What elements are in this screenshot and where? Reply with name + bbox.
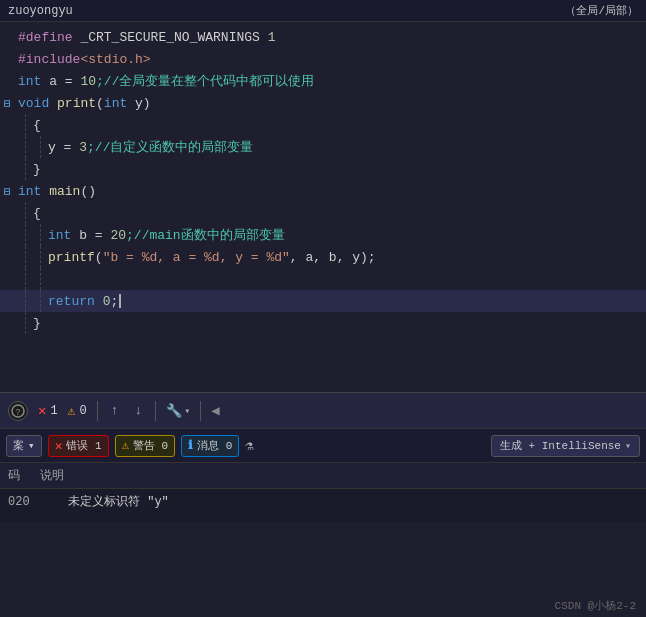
token-plain: _CRT_SECURE_NO_WARNINGS [73, 30, 268, 45]
scope-label: （全局/局部） [565, 3, 638, 18]
token-kw: void [18, 96, 49, 111]
code-line-10: int b = 20;//main函数中的局部变量 [0, 224, 646, 246]
warning-tri-icon: ⚠ [68, 403, 76, 419]
divider2 [155, 401, 156, 421]
error-status: ✕ 1 [38, 402, 58, 419]
indent-guide [25, 202, 26, 224]
nav-down-btn[interactable]: ↓ [131, 403, 145, 418]
warning-badge-icon: ⚠ [122, 438, 129, 453]
filter-label: 案 [13, 438, 24, 453]
token-plain [49, 96, 57, 111]
token-define-kw: #define [18, 30, 73, 45]
token-comment: ;//全局变量在整个代码中都可以使用 [96, 74, 314, 89]
token-comment: ;//main函数中的局部变量 [126, 228, 285, 243]
wrench-arrow: ▾ [184, 405, 190, 417]
code-tokens: } [33, 316, 41, 331]
token-fn: printf [48, 250, 95, 265]
code-tokens: int a = 10;//全局变量在整个代码中都可以使用 [18, 72, 314, 90]
wrench-icon: 🔧 [166, 403, 182, 419]
settings-btn[interactable]: 🔧 ▾ [166, 403, 190, 419]
filter-dropdown-arrow: ▾ [28, 439, 35, 452]
code-editor[interactable]: #define _CRT_SECURE_NO_WARNINGS 1#includ… [0, 22, 646, 392]
code-line-1: #define _CRT_SECURE_NO_WARNINGS 1 [0, 26, 646, 48]
token-plain: ( [95, 250, 103, 265]
error-count: 1 [50, 404, 57, 418]
build-btn[interactable]: 生成 + IntelliSense ▾ [491, 435, 640, 457]
indent-guide [25, 312, 26, 334]
token-kw: return [48, 294, 95, 309]
indent-guide [25, 158, 26, 180]
error-code-cell: 020 [8, 495, 48, 509]
code-tokens: y = 3;//自定义函数中的局部变量 [48, 138, 253, 156]
code-line-3: int a = 10;//全局变量在整个代码中都可以使用 [0, 70, 646, 92]
build-btn-arrow: ▾ [625, 440, 631, 452]
indent-guide [25, 114, 26, 136]
indent-guide [25, 246, 26, 268]
table-row[interactable]: 020 未定义标识符 "y" [0, 489, 646, 514]
token-plain: } [33, 316, 41, 331]
code-tokens: int main() [18, 184, 96, 199]
code-tokens: { [33, 118, 41, 133]
token-plain: y = [48, 140, 79, 155]
code-tokens: { [33, 206, 41, 221]
indent-guide [25, 268, 26, 290]
col-desc-header: 说明 [40, 467, 64, 484]
code-line-12 [0, 268, 646, 290]
error-badge-btn[interactable]: ✕ 错误 1 [48, 435, 109, 457]
token-plain: a = [41, 74, 80, 89]
nav-left-icon: ◀ [211, 402, 219, 419]
debug-icon: ? [8, 401, 28, 421]
token-kw: int [48, 228, 71, 243]
info-badge-btn[interactable]: ℹ 消息 0 [181, 435, 239, 457]
indent-guide [40, 290, 41, 312]
title-bar: zuoyongyu （全局/局部） [0, 0, 646, 22]
token-plain: { [33, 118, 41, 133]
indent-guide [25, 290, 26, 312]
code-tokens: printf("b = %d, a = %d, y = %d", a, b, y… [48, 250, 376, 265]
code-line-4: ⊟void print(int y) [0, 92, 646, 114]
code-tokens: int b = 20;//main函数中的局部变量 [48, 226, 285, 244]
token-number: 20 [110, 228, 126, 243]
token-number: 1 [268, 30, 276, 45]
code-line-11: printf("b = %d, a = %d, y = %d", a, b, y… [0, 246, 646, 268]
pipe-icon: ⚗ [245, 437, 253, 454]
token-number: 3 [79, 140, 87, 155]
token-plain: () [80, 184, 96, 199]
warning-count: 0 [79, 404, 86, 418]
error-desc-cell: 未定义标识符 "y" [68, 493, 169, 510]
code-line-2: #include<stdio.h> [0, 48, 646, 70]
error-badge-label: 错误 1 [66, 438, 101, 453]
token-define-val: <stdio.h> [80, 52, 150, 67]
token-define-kw: #include [18, 52, 80, 67]
build-btn-label: 生成 + IntelliSense [500, 438, 621, 453]
error-list-header: 码 说明 [0, 463, 646, 489]
filter-dropdown[interactable]: 案 ▾ [6, 435, 42, 457]
token-comment: ;//自定义函数中的局部变量 [87, 140, 253, 155]
warning-badge-btn[interactable]: ⚠ 警告 0 [115, 435, 175, 457]
indent-guide [40, 268, 41, 290]
indent-guide [25, 224, 26, 246]
token-kw: int [104, 96, 127, 111]
fold-icon[interactable]: ⊟ [4, 185, 18, 198]
watermark: CSDN @小杨2-2 [555, 598, 636, 613]
token-plain: ; [110, 294, 118, 309]
error-list: 码 说明 020 未定义标识符 "y" [0, 462, 646, 522]
divider1 [97, 401, 98, 421]
code-tokens: void print(int y) [18, 96, 151, 111]
nav-up-btn[interactable]: ↑ [108, 403, 122, 418]
indent-guide [25, 136, 26, 158]
fold-icon[interactable]: ⊟ [4, 97, 18, 110]
warning-badge-label: 警告 0 [133, 438, 168, 453]
code-line-7: } [0, 158, 646, 180]
token-plain: } [33, 162, 41, 177]
code-tokens: } [33, 162, 41, 177]
svg-text:?: ? [15, 408, 20, 418]
info-badge-icon: ℹ [188, 438, 193, 453]
indent-guide [40, 224, 41, 246]
error-badge-icon: ✕ [55, 438, 63, 454]
code-tokens: #define _CRT_SECURE_NO_WARNINGS 1 [18, 30, 275, 45]
col-code-header: 码 [8, 467, 20, 484]
token-fn: main [49, 184, 80, 199]
token-kw: int [18, 184, 41, 199]
info-badge-label: 消息 0 [197, 438, 232, 453]
